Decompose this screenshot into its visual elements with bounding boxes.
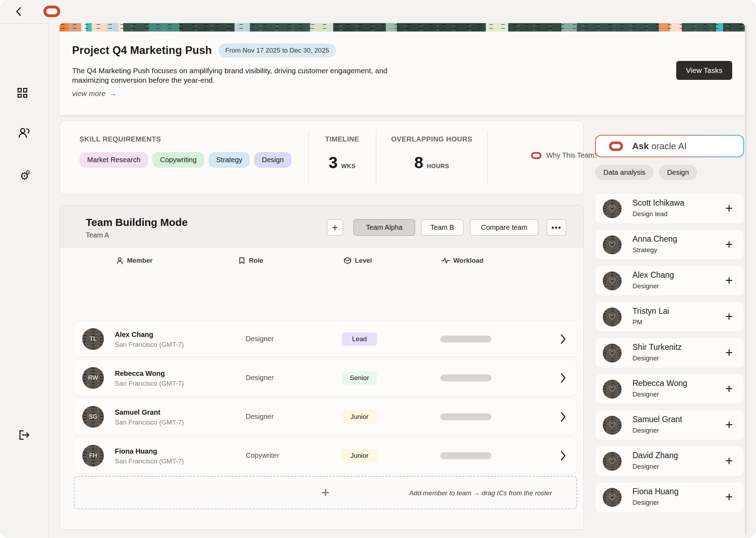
- oracle-logo-icon: [609, 142, 623, 151]
- skill-tags: Market Research Copywriting Strategy Des…: [79, 152, 292, 168]
- member-location: San Francisco (GMT-7): [115, 457, 184, 465]
- roster-role: Designer: [632, 282, 659, 290]
- member-role: Designer: [246, 413, 274, 421]
- add-to-team-button[interactable]: +: [722, 346, 736, 360]
- roster-item-anna-cheng[interactable]: ♡ Anna Cheng Strategy +: [595, 229, 744, 260]
- date-range-badge: From Nov 17 2025 to Dec 30, 2025: [218, 43, 336, 57]
- ask-oracle-label: Ask oracle AI: [632, 141, 687, 152]
- sidebar-item-settings[interactable]: ⚙⚙: [18, 169, 31, 183]
- add-to-team-button[interactable]: +: [722, 274, 736, 288]
- add-to-team-button[interactable]: +: [722, 454, 736, 468]
- member-name: Fiona Huang: [115, 447, 157, 455]
- compare-team-button[interactable]: Compare team: [470, 219, 538, 236]
- view-more-link[interactable]: view more →: [72, 89, 117, 98]
- workload-bar: [440, 413, 491, 420]
- heart-icon: ♡: [608, 277, 616, 285]
- avatar: ♡: [603, 199, 622, 218]
- skills-section-title: SKILL REQUIREMENTS: [79, 135, 161, 143]
- sidebar-item-logout[interactable]: [18, 428, 31, 442]
- member-location: San Francisco (GMT-7): [115, 380, 184, 387]
- roster-role: Strategy: [632, 246, 657, 254]
- avatar: ♡: [603, 271, 622, 290]
- more-options-button[interactable]: •••: [547, 219, 566, 236]
- member-role: Designer: [246, 374, 274, 382]
- roster-filters: Data analysis Design: [595, 165, 744, 180]
- workload-bar: [440, 452, 491, 459]
- roster-item-samuel-grant[interactable]: ♡ Samuel Grant Designer +: [595, 410, 744, 440]
- roster-role: Design lead: [632, 210, 667, 218]
- roster-item-tristyn-lai[interactable]: ♡ Tristyn Lai PM +: [595, 302, 744, 332]
- column-header-member: Member: [116, 257, 153, 264]
- add-to-team-button[interactable]: +: [722, 382, 736, 396]
- plus-icon: +: [321, 484, 329, 500]
- level-badge: Junior: [342, 449, 377, 462]
- team-table: Member Role Level Workload TL Alex Chang…: [60, 247, 583, 529]
- ai-roster-panel: Ask oracle AI Data analysis Design ♡ Sco…: [595, 135, 744, 512]
- level-badge: Senior: [342, 371, 377, 385]
- heart-icon: ♡: [608, 349, 616, 358]
- timeline-value: 3: [329, 153, 338, 172]
- avatar: ♡: [603, 380, 622, 399]
- avatar: ♡: [603, 452, 622, 471]
- heart-icon: ♡: [608, 313, 616, 322]
- app-window: ⚙⚙ Project Q4 Marketing Push From Nov 17…: [0, 0, 756, 538]
- ask-oracle-ai-input[interactable]: Ask oracle AI: [595, 135, 744, 157]
- team-building-card: Team Building Mode Team A + Team Alpha T…: [59, 205, 584, 530]
- project-header-card: Project Q4 Marketing Push From Nov 17 20…: [59, 23, 745, 115]
- add-member-dropzone[interactable]: + Add member to team → drag ICs from the…: [74, 476, 577, 509]
- member-role: Copywriter: [246, 451, 279, 460]
- chevron-right-icon[interactable]: [560, 450, 566, 461]
- arrow-right-icon: →: [109, 89, 117, 98]
- tab-team-alpha[interactable]: Team Alpha: [354, 219, 415, 236]
- role-tag-icon: [238, 257, 245, 264]
- skill-requirements-card: SKILL REQUIREMENTS Market Research Copyw…: [59, 121, 584, 195]
- view-tasks-button[interactable]: View Tasks: [676, 61, 732, 80]
- member-location: San Francisco (GMT-7): [115, 341, 184, 349]
- heart-icon: ♡: [608, 493, 616, 502]
- skill-tag: Design: [254, 152, 291, 168]
- table-row-samuel-grant[interactable]: SG Samuel Grant San Francisco (GMT-7) De…: [74, 398, 577, 435]
- add-to-team-button[interactable]: +: [722, 237, 736, 251]
- filter-design[interactable]: Design: [659, 165, 697, 180]
- avatar: ♡: [603, 416, 622, 435]
- project-banner-image: [59, 23, 745, 32]
- timeline-unit: WKS: [341, 163, 356, 170]
- chevron-right-icon[interactable]: [560, 412, 566, 422]
- filter-data-analysis[interactable]: Data analysis: [595, 165, 654, 180]
- member-location: San Francisco (GMT-7): [115, 419, 184, 426]
- skill-tag: Market Research: [79, 152, 148, 168]
- sidebar-item-people[interactable]: [18, 126, 31, 140]
- add-to-team-button[interactable]: +: [722, 490, 736, 504]
- sidebar-item-dashboard[interactable]: [18, 86, 31, 100]
- back-button[interactable]: [13, 5, 25, 18]
- gears-icon: ⚙⚙: [20, 171, 29, 181]
- tab-team-b[interactable]: Team B: [421, 219, 463, 236]
- add-team-button[interactable]: +: [327, 219, 343, 236]
- add-to-team-button[interactable]: +: [722, 201, 736, 215]
- roster-role: Designer: [632, 499, 659, 506]
- table-row-alex-chang[interactable]: TL Alex Chang San Francisco (GMT-7) Desi…: [74, 320, 577, 357]
- roster-item-fiona-huang[interactable]: ♡ Fiona Huang Designer +: [595, 482, 744, 512]
- roster-item-shir-turkenitz[interactable]: ♡ Shir Turkenitz Designer +: [595, 338, 744, 368]
- chevron-right-icon[interactable]: [560, 334, 566, 344]
- scrollbar[interactable]: [746, 25, 747, 535]
- add-to-team-button[interactable]: +: [722, 310, 736, 324]
- roster-item-alex-chang[interactable]: ♡ Alex Chang Designer +: [595, 265, 744, 296]
- roster-item-scott-ichikawa[interactable]: ♡ Scott Ichikawa Design lead +: [595, 193, 744, 224]
- member-name: Alex Chang: [115, 331, 153, 339]
- table-row-fiona-huang[interactable]: FH Fiona Huang San Francisco (GMT-7) Cop…: [74, 437, 577, 474]
- roster-role: Designer: [632, 354, 659, 362]
- oracle-logo-icon: [43, 6, 60, 17]
- workload-bar: [440, 374, 491, 381]
- sidebar: ⚙⚙: [0, 23, 49, 538]
- hours-unit: HOURS: [427, 163, 449, 170]
- roster-item-rebecca-wong[interactable]: ♡ Rebecca Wong Designer +: [595, 374, 744, 404]
- chevron-right-icon[interactable]: [560, 373, 566, 383]
- level-badge: Lead: [342, 332, 377, 346]
- timeline-block: TIMELINE 3 WKS: [308, 121, 376, 194]
- add-to-team-button[interactable]: +: [722, 418, 736, 432]
- table-row-rebecca-wong[interactable]: RW Rebecca Wong San Francisco (GMT-7) De…: [74, 359, 577, 396]
- heart-icon: ♡: [608, 205, 616, 213]
- avatar: ♡: [603, 235, 622, 254]
- roster-item-david-zhang[interactable]: ♡ David Zhang Designer +: [595, 446, 744, 476]
